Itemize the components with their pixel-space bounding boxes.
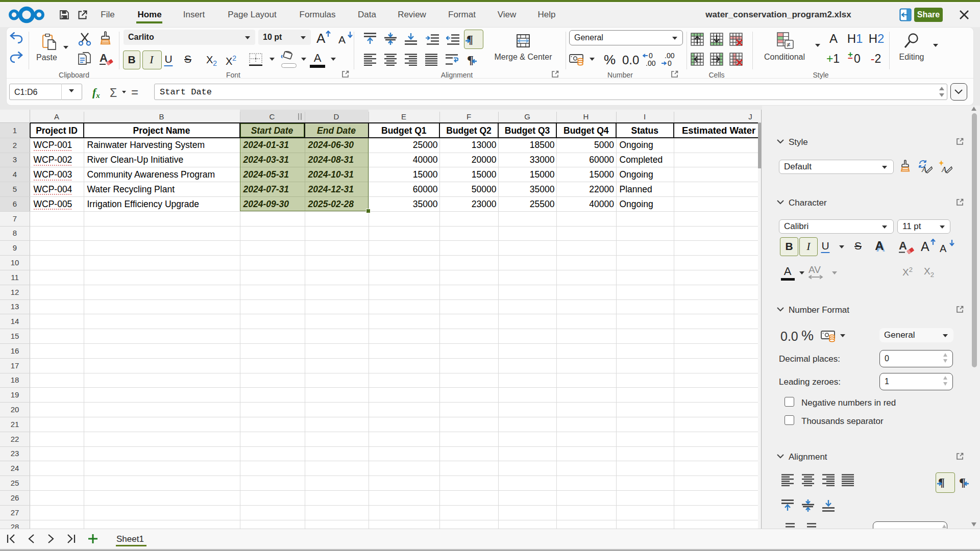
svg-text:A: A [316, 31, 326, 46]
svg-text:.00: .00 [646, 59, 656, 67]
svg-text:AV: AV [808, 265, 821, 275]
svg-text:≠: ≠ [787, 41, 790, 48]
svg-text:0: 0 [649, 52, 653, 60]
svg-text:A: A [100, 52, 108, 64]
svg-text:0: 0 [668, 59, 672, 67]
svg-text:A: A [338, 34, 346, 45]
svg-text:A: A [940, 243, 947, 254]
svg-text:A: A [921, 239, 929, 254]
svg-text:A: A [899, 239, 907, 252]
svg-text:.00: .00 [665, 52, 675, 60]
